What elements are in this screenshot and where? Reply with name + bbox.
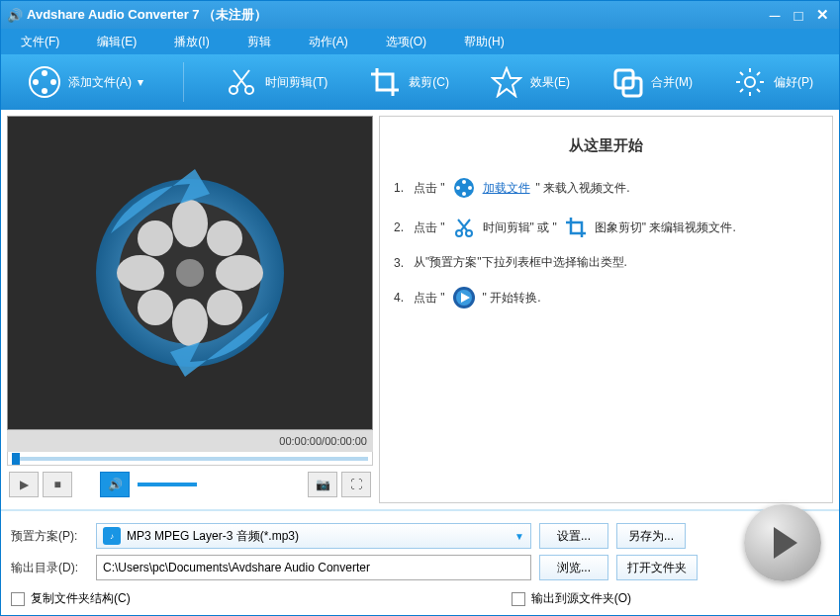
time-total: 00:00:00: [325, 435, 367, 447]
preferences-button[interactable]: 偏好(P): [732, 64, 813, 100]
add-file-button[interactable]: 添加文件(A) ▾: [27, 64, 143, 100]
output-dir-input[interactable]: [96, 555, 531, 580]
menu-clip[interactable]: 剪辑: [247, 34, 271, 50]
video-preview: [7, 116, 373, 430]
snapshot-button[interactable]: 📷: [308, 472, 337, 497]
svg-point-1: [42, 70, 47, 76]
step-text: 从"预置方案"下拉列表框中选择输出类型.: [414, 254, 627, 271]
svg-point-25: [456, 186, 460, 190]
svg-point-12: [176, 259, 204, 287]
guide-title: 从这里开始: [394, 136, 818, 155]
svg-point-26: [456, 230, 462, 236]
menu-options[interactable]: 选项(O): [386, 34, 426, 50]
checkbox-icon: [512, 592, 525, 606]
guide-step-3: 3. 从"预置方案"下拉列表框中选择输出类型.: [394, 254, 818, 271]
checkbox-row: 复制文件夹结构(C) 输出到源文件夹(O): [11, 590, 829, 607]
gear-icon: [732, 64, 768, 100]
load-file-link[interactable]: 加载文件: [483, 180, 530, 197]
checkbox-label: 复制文件夹结构(C): [31, 590, 131, 607]
svg-point-27: [466, 230, 472, 236]
star-icon: [489, 64, 524, 100]
svg-point-2: [50, 79, 56, 85]
guide-step-2: 2. 点击 " 时间剪辑" 或 " 图象剪切" 来编辑视频文件.: [394, 215, 818, 240]
stop-button[interactable]: ■: [43, 472, 72, 497]
step-number: 3.: [394, 256, 408, 270]
checkbox-label: 输出到源文件夹(O): [531, 590, 631, 607]
crop-button[interactable]: 裁剪(C): [367, 64, 449, 100]
step-text: 点击 ": [414, 290, 445, 307]
browse-button[interactable]: 浏览...: [539, 555, 608, 580]
step-text: 点击 ": [414, 220, 445, 236]
step-text: 图象剪切" 来编辑视频文件.: [595, 220, 736, 236]
fullscreen-button[interactable]: ⛶: [341, 472, 371, 497]
scissors-icon: [451, 215, 477, 240]
bottom-panel: 预置方案(P): ♪ MP3 MPEG Layer-3 音频(*.mp3) ▼ …: [1, 509, 839, 615]
checkbox-icon: [11, 592, 25, 606]
svg-point-23: [468, 186, 472, 190]
save-as-button[interactable]: 另存为...: [616, 523, 686, 549]
dropdown-caret-icon: ▾: [138, 75, 143, 89]
volume-button[interactable]: 🔊: [100, 472, 130, 497]
merge-button[interactable]: 合并(M): [609, 64, 693, 100]
effect-button[interactable]: 效果(E): [489, 64, 570, 100]
preset-dropdown[interactable]: ♪ MP3 MPEG Layer-3 音频(*.mp3) ▼: [96, 523, 531, 549]
svg-point-24: [462, 192, 466, 196]
svg-point-19: [138, 290, 173, 325]
toolbar: 添加文件(A) ▾ 时间剪辑(T) 裁剪(C) 效果(E) 合并(M) 偏好(P…: [1, 54, 839, 110]
output-dir-row: 输出目录(D): 浏览... 打开文件夹: [11, 555, 829, 580]
crop-label: 裁剪(C): [409, 74, 449, 91]
add-file-label: 添加文件(A): [68, 74, 132, 91]
reel-artwork-icon: [81, 164, 299, 382]
svg-point-20: [207, 290, 242, 325]
copy-structure-checkbox[interactable]: 复制文件夹结构(C): [11, 590, 131, 607]
crop-icon: [367, 64, 403, 100]
volume-slider[interactable]: [138, 483, 197, 486]
preset-value: MP3 MPEG Layer-3 音频(*.mp3): [127, 528, 514, 545]
chevron-down-icon: ▼: [514, 531, 524, 542]
open-folder-button[interactable]: 打开文件夹: [616, 555, 698, 580]
menubar: 文件(F) 编辑(E) 播放(I) 剪辑 动作(A) 选项(O) 帮助(H): [1, 29, 839, 54]
svg-point-17: [138, 220, 173, 256]
app-icon: 🔊: [7, 8, 23, 23]
toolbar-separator: [183, 62, 184, 102]
film-reel-icon: [27, 64, 62, 100]
scissors-icon: [224, 64, 259, 100]
menu-help[interactable]: 帮助(H): [464, 34, 505, 50]
menu-play[interactable]: 播放(I): [174, 34, 209, 50]
play-button[interactable]: ▶: [9, 472, 39, 497]
step-text: 时间剪辑" 或 ": [483, 220, 557, 236]
preset-row: 预置方案(P): ♪ MP3 MPEG Layer-3 音频(*.mp3) ▼ …: [11, 523, 829, 549]
svg-point-5: [230, 86, 237, 94]
playback-controls: ▶ ■ 🔊 📷 ⛶: [7, 466, 373, 503]
merge-icon: [609, 64, 645, 100]
format-icon: ♪: [103, 527, 121, 545]
seek-bar[interactable]: [7, 452, 373, 466]
preset-label: 预置方案(P):: [11, 528, 88, 545]
window-title: Avdshare Audio Converter 7 （未注册）: [27, 6, 267, 24]
svg-point-16: [216, 255, 263, 291]
step-text: " 来载入视频文件.: [536, 180, 630, 197]
svg-point-3: [42, 88, 47, 94]
output-to-source-checkbox[interactable]: 输出到源文件夹(O): [512, 590, 631, 607]
time-display: 00:00:00 / 00:00:00: [7, 430, 373, 452]
time-trim-label: 时间剪辑(T): [265, 74, 327, 91]
output-dir-label: 输出目录(D):: [11, 560, 88, 576]
effect-label: 效果(E): [530, 74, 570, 91]
menu-edit[interactable]: 编辑(E): [97, 34, 137, 50]
minimize-button[interactable]: ─: [764, 6, 786, 24]
settings-button[interactable]: 设置...: [539, 523, 608, 549]
step-number: 2.: [394, 220, 408, 234]
menu-action[interactable]: 动作(A): [309, 34, 348, 50]
svg-point-22: [462, 180, 466, 184]
svg-point-13: [172, 200, 208, 247]
svg-point-18: [207, 220, 242, 256]
menu-file[interactable]: 文件(F): [21, 34, 59, 50]
close-button[interactable]: ✕: [811, 6, 833, 24]
time-trim-button[interactable]: 时间剪辑(T): [224, 64, 327, 100]
seek-thumb[interactable]: [12, 453, 20, 465]
preferences-label: 偏好(P): [774, 74, 813, 91]
convert-button[interactable]: [744, 504, 821, 581]
titlebar: 🔊 Avdshare Audio Converter 7 （未注册） ─ □ ✕: [1, 1, 839, 29]
maximize-button[interactable]: □: [788, 6, 809, 24]
svg-point-9: [745, 77, 755, 87]
